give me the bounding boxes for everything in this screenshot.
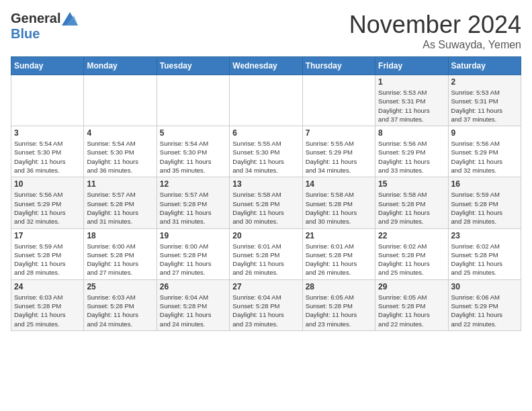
day-info: Sunrise: 5:56 AM Sunset: 5:29 PM Dayligh… (451, 139, 518, 175)
calendar-cell: 23Sunrise: 6:02 AM Sunset: 5:28 PM Dayli… (448, 228, 521, 279)
day-info: Sunrise: 5:54 AM Sunset: 5:30 PM Dayligh… (14, 139, 81, 175)
calendar-cell: 21Sunrise: 6:01 AM Sunset: 5:28 PM Dayli… (302, 228, 375, 279)
day-info: Sunrise: 6:04 AM Sunset: 5:28 PM Dayligh… (232, 293, 299, 328)
logo-text: General (11, 11, 78, 26)
day-info: Sunrise: 6:01 AM Sunset: 5:28 PM Dayligh… (232, 242, 299, 277)
calendar-cell: 22Sunrise: 6:02 AM Sunset: 5:28 PM Dayli… (375, 228, 448, 279)
calendar-cell (157, 75, 229, 126)
day-info: Sunrise: 5:58 AM Sunset: 5:28 PM Dayligh… (232, 190, 299, 226)
day-number: 13 (232, 179, 299, 189)
calendar-cell (84, 75, 157, 126)
day-info: Sunrise: 5:53 AM Sunset: 5:31 PM Dayligh… (451, 88, 518, 124)
day-number: 24 (14, 282, 81, 291)
weekday-header-tuesday: Tuesday (157, 57, 229, 75)
calendar-cell: 27Sunrise: 6:04 AM Sunset: 5:28 PM Dayli… (230, 279, 302, 330)
day-info: Sunrise: 5:57 AM Sunset: 5:28 PM Dayligh… (87, 190, 153, 226)
day-number: 20 (232, 231, 299, 240)
day-number: 19 (160, 231, 226, 240)
logo-blue: Blue (11, 26, 40, 42)
day-number: 12 (160, 179, 226, 189)
day-info: Sunrise: 5:58 AM Sunset: 5:28 PM Dayligh… (306, 190, 372, 226)
calendar-cell: 20Sunrise: 6:01 AM Sunset: 5:28 PM Dayli… (230, 228, 302, 279)
weekday-header-monday: Monday (84, 57, 157, 75)
calendar-cell: 8Sunrise: 5:56 AM Sunset: 5:29 PM Daylig… (375, 126, 448, 177)
day-info: Sunrise: 5:58 AM Sunset: 5:28 PM Dayligh… (378, 190, 445, 226)
week-row-3: 17Sunrise: 5:59 AM Sunset: 5:28 PM Dayli… (11, 228, 521, 279)
logo-general: General (11, 11, 60, 26)
calendar-cell: 6Sunrise: 5:55 AM Sunset: 5:30 PM Daylig… (230, 126, 302, 177)
day-info: Sunrise: 6:02 AM Sunset: 5:28 PM Dayligh… (451, 242, 518, 277)
day-number: 29 (378, 282, 445, 291)
calendar-cell (11, 75, 84, 126)
day-number: 16 (451, 179, 518, 189)
calendar-cell: 11Sunrise: 5:57 AM Sunset: 5:28 PM Dayli… (84, 177, 157, 228)
calendar-cell: 5Sunrise: 5:54 AM Sunset: 5:30 PM Daylig… (157, 126, 229, 177)
day-info: Sunrise: 5:56 AM Sunset: 5:29 PM Dayligh… (14, 190, 81, 226)
day-number: 11 (87, 179, 153, 189)
logo-icon (62, 12, 78, 26)
day-number: 5 (160, 128, 226, 138)
calendar-cell: 19Sunrise: 6:00 AM Sunset: 5:28 PM Dayli… (157, 228, 229, 279)
day-info: Sunrise: 6:00 AM Sunset: 5:28 PM Dayligh… (160, 242, 226, 277)
day-number: 22 (378, 231, 445, 240)
day-info: Sunrise: 6:01 AM Sunset: 5:28 PM Dayligh… (306, 242, 372, 277)
week-row-0: 1Sunrise: 5:53 AM Sunset: 5:31 PM Daylig… (11, 75, 521, 126)
calendar-cell: 10Sunrise: 5:56 AM Sunset: 5:29 PM Dayli… (11, 177, 84, 228)
day-info: Sunrise: 5:54 AM Sunset: 5:30 PM Dayligh… (87, 139, 153, 175)
weekday-header-wednesday: Wednesday (230, 57, 302, 75)
calendar-cell: 26Sunrise: 6:04 AM Sunset: 5:28 PM Dayli… (157, 279, 229, 330)
calendar-cell (302, 75, 375, 126)
week-row-4: 24Sunrise: 6:03 AM Sunset: 5:28 PM Dayli… (11, 279, 521, 330)
calendar-cell: 29Sunrise: 6:05 AM Sunset: 5:28 PM Dayli… (375, 279, 448, 330)
day-info: Sunrise: 6:04 AM Sunset: 5:28 PM Dayligh… (160, 293, 226, 328)
calendar-cell (230, 75, 302, 126)
weekday-header-thursday: Thursday (302, 57, 375, 75)
calendar-cell: 9Sunrise: 5:56 AM Sunset: 5:29 PM Daylig… (448, 126, 521, 177)
calendar-cell: 14Sunrise: 5:58 AM Sunset: 5:28 PM Dayli… (302, 177, 375, 228)
day-info: Sunrise: 6:05 AM Sunset: 5:28 PM Dayligh… (378, 293, 445, 328)
day-number: 2 (451, 77, 518, 87)
day-info: Sunrise: 5:57 AM Sunset: 5:28 PM Dayligh… (160, 190, 226, 226)
day-number: 6 (232, 128, 299, 138)
day-info: Sunrise: 6:02 AM Sunset: 5:28 PM Dayligh… (378, 242, 445, 277)
logo-blue-text: Blue (11, 26, 40, 42)
header: General Blue November 2024 As Suwayda, Y… (11, 11, 521, 51)
day-number: 30 (451, 282, 518, 291)
calendar-cell: 1Sunrise: 5:53 AM Sunset: 5:31 PM Daylig… (375, 75, 448, 126)
calendar: SundayMondayTuesdayWednesdayThursdayFrid… (11, 56, 521, 331)
day-number: 9 (451, 128, 518, 138)
day-info: Sunrise: 5:56 AM Sunset: 5:29 PM Dayligh… (378, 139, 445, 175)
calendar-cell: 18Sunrise: 6:00 AM Sunset: 5:28 PM Dayli… (84, 228, 157, 279)
day-number: 7 (306, 128, 372, 138)
week-row-1: 3Sunrise: 5:54 AM Sunset: 5:30 PM Daylig… (11, 126, 521, 177)
day-info: Sunrise: 5:59 AM Sunset: 5:28 PM Dayligh… (14, 242, 81, 277)
location-title: As Suwayda, Yemen (349, 39, 521, 51)
page: General Blue November 2024 As Suwayda, Y… (0, 0, 532, 338)
weekday-header-row: SundayMondayTuesdayWednesdayThursdayFrid… (11, 57, 521, 75)
weekday-header-saturday: Saturday (448, 57, 521, 75)
calendar-cell: 30Sunrise: 6:06 AM Sunset: 5:29 PM Dayli… (448, 279, 521, 330)
calendar-cell: 16Sunrise: 5:59 AM Sunset: 5:28 PM Dayli… (448, 177, 521, 228)
day-info: Sunrise: 6:06 AM Sunset: 5:29 PM Dayligh… (451, 293, 518, 328)
day-info: Sunrise: 6:03 AM Sunset: 5:28 PM Dayligh… (87, 293, 153, 328)
day-number: 8 (378, 128, 445, 138)
day-info: Sunrise: 6:03 AM Sunset: 5:28 PM Dayligh… (14, 293, 81, 328)
logo-area: General Blue (11, 11, 78, 42)
day-number: 17 (14, 231, 81, 240)
calendar-cell: 4Sunrise: 5:54 AM Sunset: 5:30 PM Daylig… (84, 126, 157, 177)
day-info: Sunrise: 5:53 AM Sunset: 5:31 PM Dayligh… (378, 88, 445, 124)
day-number: 28 (306, 282, 372, 291)
calendar-cell: 7Sunrise: 5:55 AM Sunset: 5:29 PM Daylig… (302, 126, 375, 177)
calendar-cell: 3Sunrise: 5:54 AM Sunset: 5:30 PM Daylig… (11, 126, 84, 177)
day-info: Sunrise: 5:55 AM Sunset: 5:30 PM Dayligh… (232, 139, 299, 175)
day-number: 4 (87, 128, 153, 138)
day-number: 23 (451, 231, 518, 240)
day-number: 1 (378, 77, 445, 87)
day-number: 14 (306, 179, 372, 189)
day-number: 18 (87, 231, 153, 240)
weekday-header-sunday: Sunday (11, 57, 84, 75)
calendar-cell: 15Sunrise: 5:58 AM Sunset: 5:28 PM Dayli… (375, 177, 448, 228)
day-info: Sunrise: 5:55 AM Sunset: 5:29 PM Dayligh… (306, 139, 372, 175)
month-title: November 2024 (349, 11, 521, 39)
day-number: 27 (232, 282, 299, 291)
